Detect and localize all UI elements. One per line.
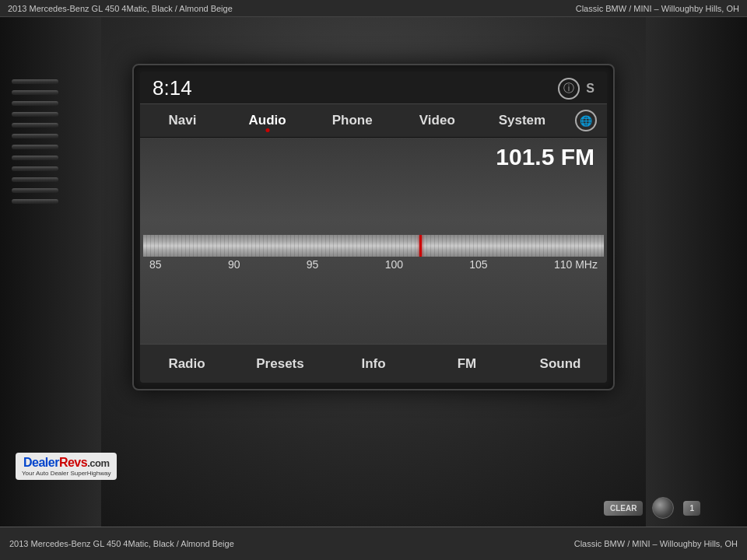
nav-item-phone[interactable]: Phone: [310, 104, 395, 137]
nav-item-system[interactable]: System: [479, 104, 564, 137]
frequency-display: 101.5 FM: [496, 144, 594, 170]
globe-icon: 🌐: [575, 110, 597, 131]
top-caption-bar: 2013 Mercedes-Benz GL 450 4Matic, Black …: [0, 0, 747, 17]
top-caption-left: 2013 Mercedes-Benz GL 450 4Matic, Black …: [8, 4, 233, 13]
vent-slat: [12, 90, 58, 95]
tuner-label-90: 90: [228, 258, 240, 271]
watermark-logo-ext: .com: [87, 457, 109, 469]
bottom-caption-left: 2013 Mercedes-Benz GL 450 4Matic, Black …: [9, 539, 234, 548]
screen-status-icons: ⓘ S: [558, 78, 594, 100]
vent-slat: [12, 112, 58, 117]
tuner-label-85: 85: [149, 258, 162, 271]
vent-slat: [12, 134, 58, 138]
nav-bar: Navi Audio Phone Video System 🌐: [140, 103, 607, 138]
watermark-logo-part1: Dealer: [23, 456, 59, 469]
bottom-item-info[interactable]: Info: [327, 345, 420, 383]
signal-label: S: [586, 82, 594, 96]
screen-topbar: 8:14 ⓘ S: [140, 72, 607, 103]
vent-slat: [12, 188, 58, 193]
audio-dot: [265, 128, 269, 132]
watermark-logo: DealerRevs.com: [23, 456, 110, 470]
watermark-logo-part2: Revs: [59, 456, 87, 469]
screen-bezel: 8:14 ⓘ S Navi Audio Phone: [132, 64, 615, 390]
tuner-needle: [419, 235, 422, 257]
nav-item-audio[interactable]: Audio: [225, 104, 310, 137]
radio-area: 101.5 FM 85 90 95 100 105: [140, 138, 607, 344]
nav-item-navi[interactable]: Navi: [140, 104, 225, 137]
infotainment-screen: 8:14 ⓘ S Navi Audio Phone: [140, 72, 607, 383]
vent-slat: [12, 177, 58, 182]
tuner-label-105: 105: [469, 258, 487, 271]
bottom-caption-bar: 2013 Mercedes-Benz GL 450 4Matic, Black …: [0, 527, 747, 560]
tuner-container: 85 90 95 100 105 110 MHz: [140, 235, 607, 271]
vent-slat: [12, 123, 58, 128]
bottom-caption-right: Classic BMW / MINI – Willoughby Hills, O…: [574, 539, 738, 548]
left-panel: [0, 17, 101, 527]
tuner-label-110: 110 MHz: [554, 258, 598, 271]
bottom-item-presets[interactable]: Presets: [233, 345, 327, 383]
tuner-tick-marks: [143, 235, 604, 257]
screen-clock: 8:14: [153, 76, 192, 100]
right-panel: [646, 17, 747, 527]
vent-slat: [12, 166, 58, 171]
bottom-item-sound[interactable]: Sound: [514, 345, 607, 383]
screen-bottom-bar: Radio Presets Info FM Sound: [140, 344, 607, 383]
clear-button[interactable]: CLEAR: [604, 501, 643, 516]
tuner-label-95: 95: [307, 258, 319, 271]
nav-item-video[interactable]: Video: [395, 104, 479, 137]
watermark-subtext: Your Auto Dealer SuperHighway: [22, 470, 110, 477]
vent-slat: [12, 79, 58, 84]
photo-area: 8:14 ⓘ S Navi Audio Phone: [0, 17, 747, 527]
one-button[interactable]: 1: [683, 501, 700, 516]
tuner-label-100: 100: [385, 258, 403, 271]
control-area: CLEAR 1: [604, 497, 700, 519]
bottom-item-fm[interactable]: FM: [420, 345, 514, 383]
vent-slat: [12, 199, 58, 204]
info-icon: ⓘ: [558, 78, 580, 100]
vent-left: [12, 79, 58, 235]
vent-slat: [12, 156, 58, 160]
nav-item-globe[interactable]: 🌐: [564, 104, 607, 137]
vent-slat: [12, 145, 58, 149]
top-caption-right: Classic BMW / MINI – Willoughby Hills, O…: [576, 4, 739, 13]
control-knob[interactable]: [652, 497, 674, 519]
tuner-labels: 85 90 95 100 105 110 MHz: [143, 257, 604, 271]
tuner-bar: [143, 235, 604, 257]
vent-slat: [12, 101, 58, 106]
watermark: DealerRevs.com Your Auto Dealer SuperHig…: [16, 453, 117, 480]
bottom-item-radio[interactable]: Radio: [140, 345, 233, 383]
